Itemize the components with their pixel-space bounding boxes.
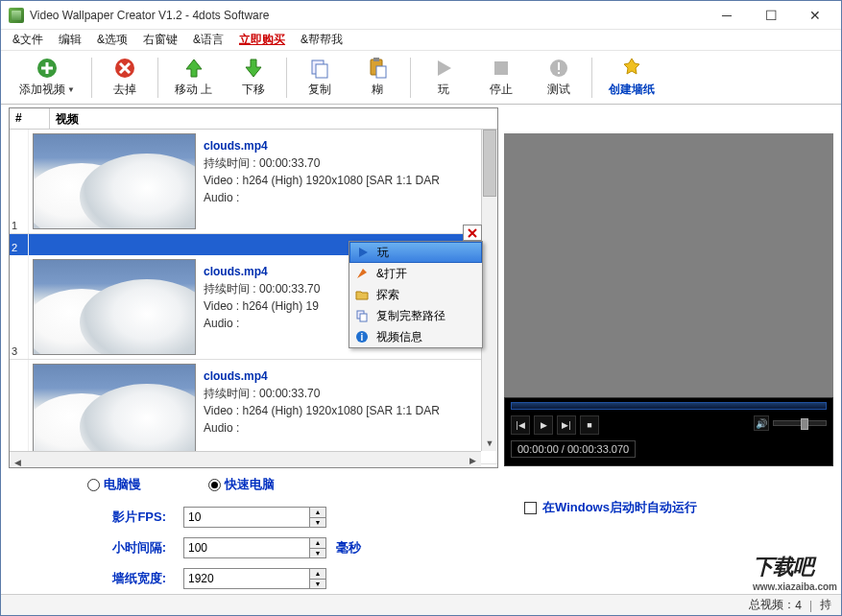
remove-button[interactable]: 去掉: [96, 53, 154, 102]
horizontal-scrollbar[interactable]: ◀ ▶: [10, 451, 481, 467]
move-down-button[interactable]: 下移: [225, 53, 282, 102]
arrow-up-icon: [182, 57, 205, 80]
scroll-thumb[interactable]: [483, 130, 496, 197]
close-button[interactable]: ✕: [793, 2, 837, 29]
spin-up-icon[interactable]: ▲: [310, 538, 325, 549]
play-icon: [432, 57, 455, 80]
ctx-explore[interactable]: 探索: [349, 284, 482, 305]
folder-icon: [353, 287, 371, 302]
list-header: # 视频: [10, 108, 497, 130]
stop-button[interactable]: 停止: [472, 53, 530, 102]
title-bar: Video Wallpaper Creator V1.2 - 4dots Sof…: [1, 1, 841, 30]
watermark: 下载吧 www.xiazaiba.com: [753, 553, 837, 592]
media-player: |◀ ▶ ▶| ■ 🔊 00:00:00 / 00:00:33.070: [504, 397, 833, 466]
play-button[interactable]: 玩: [415, 53, 472, 102]
svg-rect-10: [558, 72, 560, 74]
row-number: 1: [10, 130, 29, 233]
context-menu: 玩 &打开 探索 复制完整路径 i 视频信息: [349, 241, 483, 348]
video-thumbnail: [33, 133, 196, 229]
ctx-play[interactable]: 玩: [349, 242, 482, 263]
scroll-right-icon[interactable]: ▶: [465, 452, 481, 468]
video-info: clouds.mp4 持续时间 : 00:00:33.70 Video : h2…: [200, 130, 497, 233]
minimize-button[interactable]: ─: [705, 2, 749, 29]
interval-unit: 毫秒: [336, 539, 361, 557]
video-filename: clouds.mp4: [204, 137, 493, 154]
ctx-open[interactable]: &打开: [349, 263, 482, 284]
status-total-value: 4: [795, 599, 802, 612]
row-number: 4: [10, 360, 29, 463]
player-prev-button[interactable]: |◀: [511, 415, 530, 435]
player-next-button[interactable]: ▶|: [557, 415, 576, 435]
svg-rect-9: [558, 62, 560, 70]
info-icon: i: [353, 329, 371, 344]
status-bar: 总视频： 4 | 持: [1, 594, 841, 615]
svg-rect-7: [494, 61, 508, 75]
maximize-button[interactable]: ☐: [749, 2, 793, 29]
video-thumbnail: [33, 259, 196, 355]
list-row[interactable]: 4 clouds.mp4 持续时间 : 00:00:33.70 Video : …: [10, 360, 497, 464]
checkbox-icon: [524, 502, 537, 514]
player-play-button[interactable]: ▶: [534, 415, 553, 435]
spin-down-icon[interactable]: ▼: [310, 580, 325, 589]
autorun-checkbox[interactable]: 在Windows启动时自动运行: [524, 499, 697, 516]
open-icon: [353, 266, 371, 281]
volume-slider[interactable]: [773, 420, 827, 426]
menu-file[interactable]: &文件: [5, 30, 51, 50]
context-close-button[interactable]: [463, 225, 482, 241]
settings-panel: 电脑慢 快速电脑 影片FPS: ▲▼ 小时间隔: ▲▼ 毫秒 墙纸宽度: ▲▼: [1, 468, 841, 603]
status-total-label: 总视频：: [749, 597, 795, 613]
add-video-button[interactable]: 添加视频▼: [7, 53, 87, 102]
app-icon: [9, 8, 24, 23]
menu-buy-now[interactable]: 立即购买: [231, 30, 293, 50]
spin-down-icon[interactable]: ▼: [310, 549, 325, 558]
list-row[interactable]: 1 clouds.mp4 持续时间 : 00:00:33.70 Video : …: [10, 130, 497, 234]
ctx-video-info[interactable]: i 视频信息: [349, 326, 482, 347]
video-thumbnail: [33, 364, 196, 460]
interval-label: 小时间隔:: [87, 539, 183, 557]
vertical-scrollbar[interactable]: ▲ ▼: [481, 130, 497, 451]
menu-bar: &文件 编辑 &选项 右窗键 &语言 立即购买 &帮帮我: [1, 30, 841, 51]
paste-button[interactable]: 糊: [349, 53, 406, 102]
scroll-left-icon[interactable]: ◀: [10, 455, 26, 471]
test-icon: [547, 57, 570, 80]
width-input[interactable]: ▲▼: [183, 568, 326, 589]
menu-edit[interactable]: 编辑: [51, 30, 89, 50]
preview-pane: |◀ ▶ ▶| ■ 🔊 00:00:00 / 00:00:33.070: [498, 105, 841, 468]
paste-icon: [366, 57, 389, 80]
spin-up-icon[interactable]: ▲: [310, 569, 325, 580]
test-button[interactable]: 测试: [530, 53, 588, 102]
main-area: # 视频 1 clouds.mp4 持续时间 : 00:00:33.70 Vid…: [1, 105, 841, 468]
play-icon: [354, 245, 372, 260]
spin-up-icon[interactable]: ▲: [310, 508, 325, 518]
ctx-copy-path[interactable]: 复制完整路径: [349, 305, 482, 326]
window-title: Video Wallpaper Creator V1.2 - 4dots Sof…: [30, 9, 705, 22]
fps-input[interactable]: ▲▼: [183, 507, 326, 528]
interval-input[interactable]: ▲▼: [183, 537, 326, 558]
spin-down-icon[interactable]: ▼: [310, 518, 325, 528]
svg-rect-12: [360, 314, 367, 321]
video-preview: [504, 133, 833, 397]
svg-rect-5: [373, 58, 379, 61]
menu-rightclick[interactable]: 右窗键: [135, 30, 185, 50]
menu-options[interactable]: &选项: [89, 30, 135, 50]
player-stop-button[interactable]: ■: [580, 415, 599, 435]
menu-help[interactable]: &帮帮我: [293, 30, 350, 50]
player-mute-button[interactable]: 🔊: [754, 415, 769, 431]
scroll-down-icon[interactable]: ▼: [482, 435, 497, 451]
col-video[interactable]: 视频: [50, 108, 497, 129]
row-number: 3: [10, 255, 29, 359]
row-number: 2: [10, 234, 29, 255]
copy-icon: [308, 57, 331, 80]
menu-language[interactable]: &语言: [185, 30, 231, 50]
radio-fast-pc[interactable]: 快速电脑: [208, 476, 275, 493]
move-up-button[interactable]: 移动 上: [162, 53, 225, 102]
col-number[interactable]: #: [10, 108, 50, 129]
video-info: clouds.mp4 持续时间 : 00:00:33.70 Video : h2…: [200, 360, 497, 463]
copy-button[interactable]: 复制: [291, 53, 349, 102]
seek-bar[interactable]: [511, 402, 827, 410]
arrow-down-icon: [242, 57, 265, 80]
create-wallpaper-button[interactable]: 创建墙纸: [596, 53, 667, 102]
svg-rect-3: [316, 64, 327, 78]
toolbar: 添加视频▼ 去掉 移动 上 下移 复制 糊 玩 停止 测试 创建墙纸: [1, 51, 841, 105]
radio-slow-pc[interactable]: 电脑慢: [87, 476, 141, 493]
